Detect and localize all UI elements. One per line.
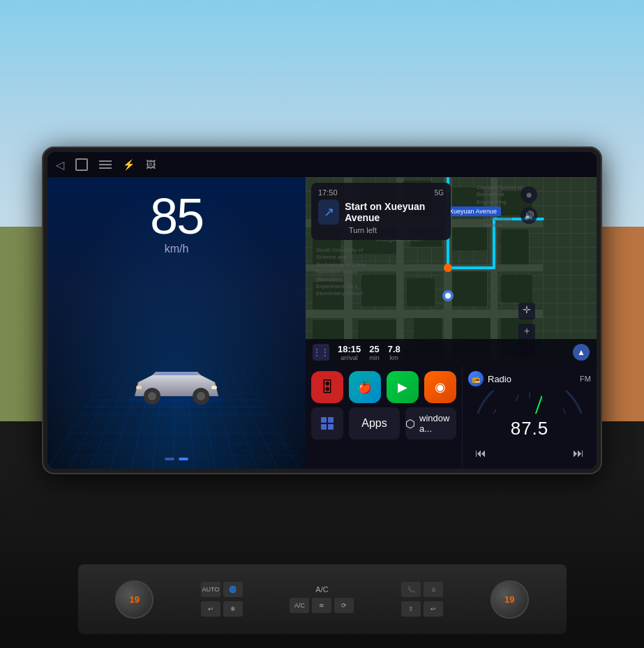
speed-display: 85 km/h: [150, 191, 203, 255]
svg-text:+: +: [524, 325, 530, 336]
ac-btn[interactable]: A/C: [290, 598, 309, 613]
svg-rect-25: [501, 275, 532, 303]
radio-fm: FM: [580, 375, 591, 383]
svg-line-58: [530, 397, 541, 414]
street-label: Xueyuan Avenue: [445, 206, 501, 216]
left-temp-knob[interactable]: 19: [115, 580, 153, 619]
auto-btn[interactable]: AUTO: [201, 582, 220, 597]
mode-btn[interactable]: ≋: [312, 598, 331, 613]
media-icon: 🖼: [146, 159, 156, 170]
carplay-app-icon[interactable]: 🍎: [349, 371, 381, 403]
direction-text: Start on Xueyuan Avenue: [345, 201, 444, 223]
speed-unit: km/h: [150, 243, 203, 255]
usb-icon: ⚡: [123, 159, 135, 170]
home-button[interactable]: [75, 158, 88, 171]
dot-2: [179, 458, 188, 460]
svg-rect-50: [328, 424, 334, 430]
dashboard-area: 19 AUTO 🌀 ↩ ❄ A/C A/C ≋ ⟳ 📞 ♫: [0, 468, 644, 648]
svg-rect-5: [211, 386, 217, 389]
svg-point-36: [444, 264, 452, 272]
nav-section: ⊕ 🔊 ✛ +: [306, 177, 597, 366]
eta-apps-icon: ⋮⋮: [313, 344, 329, 361]
eta-time-item: 18:15 arrival: [338, 344, 361, 361]
eta-minutes-label: min: [369, 354, 380, 361]
sync-btn[interactable]: ⟳: [334, 598, 354, 613]
svg-text:⊕: ⊕: [526, 191, 532, 199]
eta-km-item: 7.8 km: [388, 344, 400, 361]
radio-dial: [468, 391, 591, 414]
window-button[interactable]: ⬡ window a...: [405, 407, 456, 439]
svg-line-56: [563, 409, 567, 414]
nav-direction-panel: 17:50 5G ↗ Start on Xueyuan Avenue Turn …: [311, 183, 451, 240]
back-button[interactable]: ◁: [56, 158, 64, 172]
playstore-app-icon[interactable]: ▶: [387, 371, 419, 403]
infotainment-unit: ◁ ⚡ 🖼 85 km/h: [42, 146, 602, 474]
phone-btn[interactable]: 📞: [401, 582, 421, 597]
car-silhouette: [121, 361, 232, 413]
radio-prev-button[interactable]: ⏮: [471, 444, 491, 463]
indicator-dots: [165, 458, 188, 460]
bottom-section: 🎛 🍎 ▶ ◉: [306, 366, 597, 469]
nav-signal: 5G: [435, 189, 444, 197]
turn-info: Turn left: [318, 226, 444, 234]
app-row-1: 🎛 🍎 ▶ ◉: [311, 371, 456, 403]
music-btn[interactable]: ♫: [424, 582, 443, 597]
direction-arrow: ↗: [318, 199, 339, 225]
radio-header: 📻 Radio FM: [468, 371, 591, 386]
defrost-btn[interactable]: ❄: [223, 601, 243, 617]
svg-rect-47: [321, 417, 327, 423]
eta-up-button[interactable]: ▲: [573, 344, 590, 361]
main-content: 85 km/h: [47, 177, 597, 469]
radio-controls: ⏮ ⏭: [468, 444, 591, 463]
apps-label: Apps: [361, 417, 387, 430]
nav-time: 17:50: [318, 188, 338, 197]
map-loc-1: South University of Science and Technolo…: [316, 247, 372, 298]
eta-bar: ⋮⋮ 18:15 arrival 25 min 7.8 km: [306, 339, 597, 366]
equalizer-app-icon[interactable]: 🎛: [311, 371, 343, 403]
right-controls: 📞 ♫ ⇧ ↩: [401, 582, 443, 617]
svg-rect-48: [328, 417, 334, 423]
radio-icon: 📻: [468, 371, 484, 386]
eta-minutes-item: 25 min: [369, 344, 380, 361]
left-panel: 85 km/h: [47, 177, 306, 469]
nav-direction-row: ↗ Start on Xueyuan Avenue: [318, 199, 444, 225]
right-temp-knob[interactable]: 19: [491, 580, 529, 619]
svg-rect-29: [306, 310, 543, 318]
svg-point-2: [148, 392, 156, 400]
app-row-2: Apps ⬡ window a...: [311, 407, 456, 439]
eta-km-value: 7.8: [388, 344, 400, 354]
svg-rect-17: [407, 278, 435, 306]
center-controls: A/C A/C ≋ ⟳: [290, 585, 354, 613]
radio-title-row: 📻 Radio: [468, 371, 511, 386]
svg-line-52: [493, 409, 496, 414]
left-controls: AUTO 🌀 ↩ ❄: [201, 582, 243, 617]
status-bar: ◁ ⚡ 🖼: [47, 152, 597, 177]
radio-label: Radio: [488, 374, 511, 384]
radio-section: 📻 Radio FM: [462, 366, 597, 469]
svg-rect-6: [136, 386, 142, 389]
fan-btn[interactable]: 🌀: [223, 582, 243, 597]
svg-point-4: [197, 392, 205, 400]
apps-bar: 🎛 🍎 ▶ ◉: [306, 366, 462, 469]
svg-line-53: [516, 395, 518, 402]
svg-text:🔊: 🔊: [524, 210, 534, 220]
radio-next-button[interactable]: ⏭: [569, 444, 588, 463]
right-panel: ⊕ 🔊 ✛ +: [306, 177, 597, 469]
ac-label: A/C: [315, 585, 328, 594]
eta-km-label: km: [388, 354, 400, 361]
menu-button[interactable]: [99, 160, 112, 169]
svg-rect-20: [501, 229, 529, 268]
map-loc-4: Campus/School of Biomedical Engineering: [477, 184, 525, 206]
radio-frequency: 87.5: [468, 418, 591, 439]
nav-btn[interactable]: ⇧: [401, 601, 421, 617]
back-btn[interactable]: ↩: [424, 601, 443, 617]
recirculate-btn[interactable]: ↩: [201, 601, 220, 617]
dot-1: [165, 458, 174, 460]
window-icon: ⬡: [405, 417, 415, 430]
chrome-app-icon[interactable]: ◉: [424, 371, 456, 403]
dash-panel: 19 AUTO 🌀 ↩ ❄ A/C A/C ≋ ⟳ 📞 ♫: [78, 564, 567, 634]
speed-value: 85: [150, 191, 203, 241]
eta-time-value: 18:15: [338, 344, 361, 354]
apps-grid-button[interactable]: [311, 407, 343, 439]
apps-label-button[interactable]: Apps: [349, 407, 400, 439]
